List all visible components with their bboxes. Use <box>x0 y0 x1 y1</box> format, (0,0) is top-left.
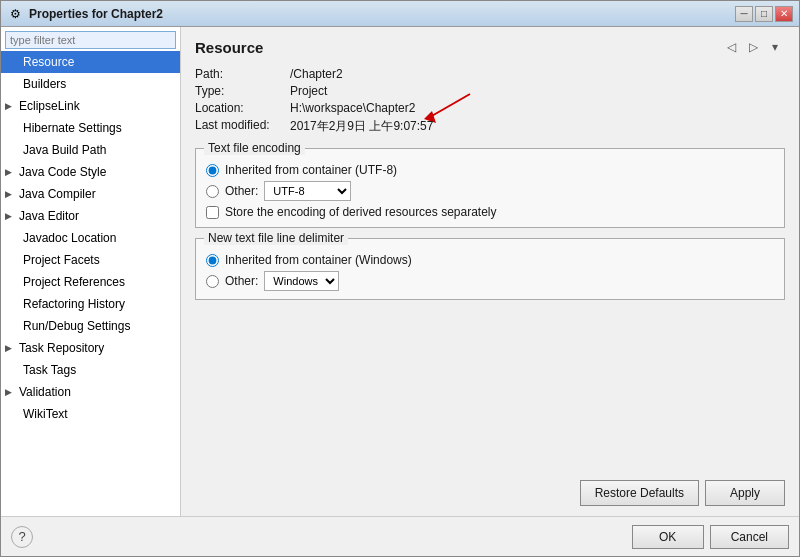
sidebar-item-label: Java Build Path <box>23 141 106 159</box>
sidebar-item-label: Java Code Style <box>19 163 106 181</box>
location-label: Location: <box>195 101 290 115</box>
path-label: Path: <box>195 67 290 81</box>
encoding-checkbox[interactable] <box>206 206 219 219</box>
restore-defaults-button[interactable]: Restore Defaults <box>580 480 699 506</box>
sidebar-item-label: Hibernate Settings <box>23 119 122 137</box>
arrow-icon: ▶ <box>5 207 17 225</box>
delimiter-content: Inherited from container (Windows) Other… <box>206 247 774 291</box>
arrow-icon: ▶ <box>5 339 17 357</box>
type-value: Project <box>290 84 327 98</box>
delimiter-radio2-label: Other: <box>225 274 258 288</box>
main-content: Resource Builders ▶ EclipseLink Hibernat… <box>1 27 799 516</box>
title-bar: ⚙ Properties for Chapter2 ─ □ ✕ <box>1 1 799 27</box>
sidebar-item-task-tags[interactable]: Task Tags <box>1 359 180 381</box>
sidebar-item-java-code-style[interactable]: ▶ Java Code Style <box>1 161 180 183</box>
filter-input[interactable] <box>5 31 176 49</box>
delimiter-radio1[interactable] <box>206 254 219 267</box>
sidebar-item-label: Project References <box>23 273 125 291</box>
nav-forward-button[interactable]: ▷ <box>743 37 763 57</box>
sidebar-item-validation[interactable]: ▶ Validation <box>1 381 180 403</box>
sidebar-item-refactoring-history[interactable]: Refactoring History <box>1 293 180 315</box>
right-panel: Resource ◁ ▷ ▾ Path: /Chapter2 Type: Pro… <box>181 27 799 516</box>
delimiter-select[interactable]: Windows Unix Mac <box>264 271 339 291</box>
close-button[interactable]: ✕ <box>775 6 793 22</box>
type-label: Type: <box>195 84 290 98</box>
encoding-radio1-row: Inherited from container (UTF-8) <box>206 163 774 177</box>
sidebar-item-label: EclipseLink <box>19 97 80 115</box>
sidebar-item-java-build-path[interactable]: Java Build Path <box>1 139 180 161</box>
info-table: Path: /Chapter2 Type: Project Location: … <box>195 67 785 138</box>
sidebar-item-label: Run/Debug Settings <box>23 317 130 335</box>
line-delimiter-section: New text file line delimiter Inherited f… <box>195 238 785 300</box>
sidebar-item-resource[interactable]: Resource <box>1 51 180 73</box>
encoding-radio2[interactable] <box>206 185 219 198</box>
dialog-footer: ? OK Cancel <box>1 516 799 556</box>
arrow-icon: ▶ <box>5 383 17 401</box>
delimiter-radio1-label: Inherited from container (Windows) <box>225 253 412 267</box>
sidebar-item-task-repository[interactable]: ▶ Task Repository <box>1 337 180 359</box>
sidebar-item-label: Resource <box>23 53 74 71</box>
nav-back-button[interactable]: ◁ <box>721 37 741 57</box>
encoding-radio2-row: Other: UTF-8 ISO-8859-1 US-ASCII <box>206 181 774 201</box>
encoding-radio1[interactable] <box>206 164 219 177</box>
sidebar-item-label: Javadoc Location <box>23 229 116 247</box>
path-row: Path: /Chapter2 <box>195 67 785 81</box>
encoding-checkbox-label: Store the encoding of derived resources … <box>225 205 497 219</box>
lastmod-row: Last modified: 2017年2月9日 上午9:07:57 <box>195 118 785 135</box>
dialog-icon: ⚙ <box>7 6 23 22</box>
apply-button[interactable]: Apply <box>705 480 785 506</box>
location-row: Location: H:\workspace\Chapter2 <box>195 101 785 115</box>
panel-header: Resource ◁ ▷ ▾ <box>195 37 785 57</box>
sidebar-item-label: WikiText <box>23 405 68 423</box>
sidebar-item-project-facets[interactable]: Project Facets <box>1 249 180 271</box>
panel-nav-icons: ◁ ▷ ▾ <box>721 37 785 57</box>
sidebar-item-label: Project Facets <box>23 251 100 269</box>
sidebar-item-javadoc-location[interactable]: Javadoc Location <box>1 227 180 249</box>
arrow-icon: ▶ <box>5 163 17 181</box>
action-buttons: Restore Defaults Apply <box>195 474 785 506</box>
nav-dropdown-button[interactable]: ▾ <box>765 37 785 57</box>
location-value: H:\workspace\Chapter2 <box>290 101 415 115</box>
sidebar-item-label: Refactoring History <box>23 295 125 313</box>
delimiter-radio1-row: Inherited from container (Windows) <box>206 253 774 267</box>
lastmod-label: Last modified: <box>195 118 290 132</box>
dialog-title: Properties for Chapter2 <box>29 7 735 21</box>
arrow-icon: ▶ <box>5 97 17 115</box>
sidebar-items: Resource Builders ▶ EclipseLink Hibernat… <box>1 51 180 516</box>
sidebar-item-hibernate[interactable]: Hibernate Settings <box>1 117 180 139</box>
encoding-legend: Text file encoding <box>204 141 305 155</box>
encoding-select[interactable]: UTF-8 ISO-8859-1 US-ASCII <box>264 181 351 201</box>
type-row: Type: Project <box>195 84 785 98</box>
delimiter-radio2[interactable] <box>206 275 219 288</box>
lastmod-value: 2017年2月9日 上午9:07:57 <box>290 118 433 135</box>
cancel-button[interactable]: Cancel <box>710 525 789 549</box>
sidebar-item-eclipselink[interactable]: ▶ EclipseLink <box>1 95 180 117</box>
maximize-button[interactable]: □ <box>755 6 773 22</box>
encoding-content: Inherited from container (UTF-8) Other: … <box>206 157 774 219</box>
sidebar-item-label: Task Repository <box>19 339 104 357</box>
minimize-button[interactable]: ─ <box>735 6 753 22</box>
sidebar-item-java-editor[interactable]: ▶ Java Editor <box>1 205 180 227</box>
text-encoding-section: Text file encoding Inherited from contai… <box>195 148 785 228</box>
help-button[interactable]: ? <box>11 526 33 548</box>
sidebar-item-run-debug[interactable]: Run/Debug Settings <box>1 315 180 337</box>
delimiter-legend: New text file line delimiter <box>204 231 348 245</box>
sidebar-item-label: Java Compiler <box>19 185 96 203</box>
footer-buttons: OK Cancel <box>632 525 789 549</box>
sidebar-item-wikitext[interactable]: WikiText <box>1 403 180 425</box>
sidebar-item-label: Builders <box>23 75 66 93</box>
sidebar-item-label: Task Tags <box>23 361 76 379</box>
encoding-radio1-label: Inherited from container (UTF-8) <box>225 163 397 177</box>
sidebar-item-label: Java Editor <box>19 207 79 225</box>
sidebar-item-project-references[interactable]: Project References <box>1 271 180 293</box>
window-controls: ─ □ ✕ <box>735 6 793 22</box>
sidebar-item-label: Validation <box>19 383 71 401</box>
encoding-radio2-label: Other: <box>225 184 258 198</box>
ok-button[interactable]: OK <box>632 525 704 549</box>
encoding-checkbox-row: Store the encoding of derived resources … <box>206 205 774 219</box>
properties-dialog: ⚙ Properties for Chapter2 ─ □ ✕ Resource… <box>0 0 800 557</box>
sidebar-item-java-compiler[interactable]: ▶ Java Compiler <box>1 183 180 205</box>
arrow-icon: ▶ <box>5 185 17 203</box>
sidebar-item-builders[interactable]: Builders <box>1 73 180 95</box>
panel-title: Resource <box>195 39 263 56</box>
